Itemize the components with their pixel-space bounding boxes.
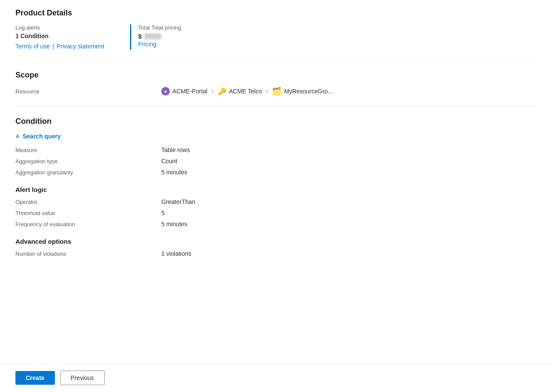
alert-logic-section: Alert logic Operator GreaterThan Thresho… [15,186,537,227]
resource-item-portal: ● ACME-Portal [161,87,208,96]
aggregation-granularity-label: Aggregation granularity [15,169,161,176]
product-col-right: Total Total pricing $ Pricing [130,24,181,50]
aggregation-type-label: Aggregation type [15,158,161,165]
search-query-label: Search query [23,133,61,140]
product-details-row: Log alerts 1 Condition Terms of use | Pr… [15,24,537,50]
frequency-value: 5 minutes [161,221,537,227]
advanced-options-grid: Number of violations 1 violations [15,250,537,257]
privacy-statement-link[interactable]: Privacy statement [57,43,104,50]
price-prefix: $ [138,33,142,40]
condition-details-grid: Measure Table rows Aggregation type Coun… [15,147,537,176]
price-display: $ [138,33,181,40]
condition-count: 1 Condition [15,33,104,39]
condition-section: Condition ∧ Search query Measure Table r… [15,117,537,257]
chevron-down-icon: ∧ [15,133,19,139]
aggregation-type-value: Count [161,158,537,165]
terms-of-use-link[interactable]: Terms of use [15,43,50,50]
resource-row: Resource ● ACME-Portal › 🔑 ACME Telco › … [15,87,537,96]
search-query-toggle[interactable]: ∧ Search query [15,133,537,140]
chevron-icon-2: › [266,88,268,94]
measure-value: Table rows [161,147,537,153]
aggregation-granularity-value: 5 minutes [161,169,537,176]
advanced-options-title: Advanced options [15,238,537,245]
scope-title: Scope [15,71,537,80]
resource-chain: ● ACME-Portal › 🔑 ACME Telco › 🗂️ MyReso… [161,87,333,96]
scope-section: Scope Resource ● ACME-Portal › 🔑 ACME Te… [15,71,537,96]
pricing-link[interactable]: Pricing [138,41,181,48]
link-separator: | [52,43,54,50]
threshold-label: Threshold value [15,209,161,216]
portal-icon: ● [161,87,170,96]
resource-group-icon: 🗂️ [272,87,281,96]
violations-label: Number of violations [15,250,161,257]
rg-name: MyResourceGro... [284,88,333,95]
threshold-value: 5 [161,209,537,216]
previous-button[interactable]: Previous [60,371,105,385]
product-col-left: Log alerts 1 Condition Terms of use | Pr… [15,24,104,50]
measure-label: Measure [15,147,161,153]
telco-name: ACME Telco [229,88,262,95]
resource-item-telco: 🔑 ACME Telco [218,87,262,96]
total-pricing-label: Total Total pricing [138,24,181,31]
violations-value: 1 violations [161,250,537,257]
key-icon: 🔑 [218,87,226,96]
product-details-title: Product Details [15,9,537,18]
frequency-label: Frequency of evaluation [15,221,161,227]
portal-name: ACME-Portal [172,88,208,95]
divider-1 [15,60,537,60]
operator-value: GreaterThan [161,198,537,205]
log-alerts-label: Log alerts [15,24,104,31]
operator-label: Operator [15,198,161,205]
terms-links-row: Terms of use | Privacy statement [15,43,104,50]
price-value-blurred [144,33,161,39]
resource-label: Resource [15,88,161,95]
product-details-section: Product Details Log alerts 1 Condition T… [15,9,537,50]
advanced-options-section: Advanced options Number of violations 1 … [15,238,537,257]
alert-logic-title: Alert logic [15,186,537,193]
divider-2 [15,106,537,107]
create-button[interactable]: Create [15,371,55,385]
resource-item-rg: 🗂️ MyResourceGro... [272,87,333,96]
condition-title: Condition [15,117,537,126]
alert-logic-grid: Operator GreaterThan Threshold value 5 F… [15,198,537,227]
chevron-icon-1: › [212,88,214,94]
footer-bar: Create Previous [0,363,552,392]
